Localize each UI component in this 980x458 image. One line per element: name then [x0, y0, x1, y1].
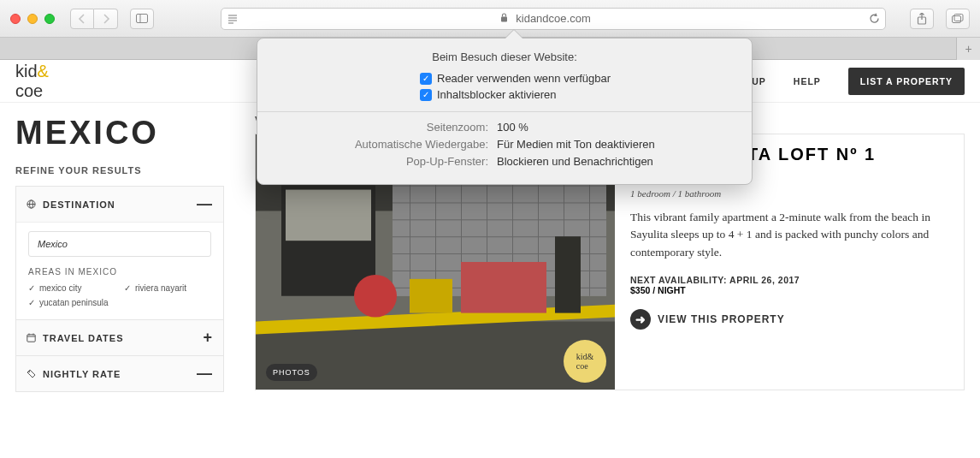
- filter-destination-label: DESTINATION: [43, 199, 115, 210]
- collapse-icon: —: [197, 195, 213, 213]
- logo-part-b: coe: [15, 81, 43, 100]
- new-tab-button[interactable]: +: [956, 38, 980, 60]
- zoom-label: Seitenzoom:: [257, 121, 497, 134]
- logo-ampersand: &: [38, 62, 49, 80]
- reader-checkbox-label: Reader verwenden wenn verfügbar: [437, 72, 611, 85]
- areas-label: AREAS IN MEXICO: [28, 267, 211, 277]
- svg-rect-0: [137, 15, 148, 23]
- autoplay-row[interactable]: Automatische Wiedergabe: Für Medien mit …: [257, 138, 752, 151]
- zoom-row[interactable]: Seitenzoom: 100 %: [257, 121, 752, 134]
- content-blocker-checkbox-row[interactable]: ✓ Inhaltsblocker aktivieren: [420, 88, 752, 101]
- tabs-button[interactable]: [946, 9, 970, 29]
- areas-list: ✓mexico city ✓riviera nayarit ✓yucatan p…: [28, 283, 211, 307]
- forward-button[interactable]: [94, 9, 118, 29]
- autoplay-value: Für Medien mit Ton deaktivieren: [497, 138, 655, 151]
- filter-nightly-rate-header[interactable]: NIGHTLY RATE —: [16, 355, 223, 391]
- check-icon: ✓: [28, 283, 35, 293]
- browser-toolbar: kidandcoe.com: [0, 0, 980, 38]
- svg-rect-27: [410, 279, 452, 313]
- popup-row[interactable]: Pop-Up-Fenster: Blockieren und Benachric…: [257, 155, 752, 168]
- view-property-label: VIEW THIS PROPERTY: [658, 313, 785, 325]
- filter-nightly-rate-label: NIGHTLY RATE: [43, 369, 121, 379]
- share-button[interactable]: [910, 9, 934, 29]
- refine-label: REFINE YOUR RESULTS: [15, 165, 224, 175]
- content-blocker-checkbox-label: Inhaltsblocker aktivieren: [437, 88, 556, 101]
- svg-rect-8: [953, 15, 961, 22]
- divider: [257, 111, 752, 112]
- globe-icon: [27, 199, 36, 209]
- destination-input[interactable]: [28, 231, 211, 257]
- sidebar: MEXICO REFINE YOUR RESULTS DESTINATION —…: [0, 103, 239, 404]
- nav-back-forward: [70, 9, 118, 29]
- listing-price: $350 / NIGHT: [630, 285, 948, 295]
- svg-rect-13: [27, 335, 35, 342]
- sidebar-toggle-button[interactable]: [130, 9, 154, 29]
- minimize-window-button[interactable]: [27, 14, 38, 24]
- svg-rect-6: [501, 17, 507, 22]
- header-nav: SIGN UP HELP LIST A PROPERTY: [723, 68, 965, 95]
- svg-point-28: [354, 275, 397, 318]
- url-domain-text: kidandcoe.com: [244, 12, 863, 25]
- photos-toggle-button[interactable]: PHOTOS: [266, 364, 317, 381]
- svg-point-17: [28, 371, 30, 372]
- checkbox-checked-icon: ✓: [420, 73, 432, 85]
- brand-badge-icon: kid&coe: [564, 340, 606, 383]
- area-label: riviera nayarit: [135, 283, 186, 293]
- filter-panel: DESTINATION — AREAS IN MEXICO ✓mexico ci…: [15, 186, 224, 392]
- filter-travel-dates-label: TRAVEL DATES: [43, 333, 124, 343]
- svg-rect-23: [286, 190, 371, 241]
- popup-value: Blockieren und Benachrichtigen: [497, 155, 653, 168]
- check-icon: ✓: [124, 283, 131, 293]
- filter-destination-body: AREAS IN MEXICO ✓mexico city ✓riviera na…: [16, 222, 223, 319]
- area-checkbox[interactable]: ✓yucatan peninsula: [28, 298, 115, 307]
- filter-travel-dates-header[interactable]: TRAVEL DATES +: [16, 319, 223, 355]
- svg-rect-9: [954, 14, 963, 21]
- reader-icon[interactable]: [221, 14, 244, 24]
- checkbox-checked-icon: ✓: [420, 89, 432, 101]
- page-title: MEXICO: [15, 115, 224, 152]
- logo-part-a: kid: [15, 62, 38, 80]
- close-window-button[interactable]: [10, 14, 21, 24]
- svg-rect-26: [461, 262, 546, 313]
- listing-description: This vibrant family apartment a 2-minute…: [630, 209, 948, 261]
- view-property-link[interactable]: ➜ VIEW THIS PROPERTY: [630, 309, 948, 330]
- nav-help-link[interactable]: HELP: [794, 76, 821, 86]
- website-settings-popover: Beim Besuch dieser Website: ✓ Reader ver…: [257, 38, 753, 185]
- check-icon: ✓: [28, 298, 35, 307]
- calendar-icon: [27, 333, 36, 342]
- back-button[interactable]: [70, 9, 94, 29]
- listing-availability: NEXT AVAILABILITY: APRIL 26, 2017: [630, 275, 948, 285]
- svg-rect-29: [555, 236, 581, 312]
- tag-icon: [27, 369, 36, 378]
- autoplay-label: Automatische Wiedergabe:: [257, 138, 497, 151]
- listing-meta: 1 bedroom / 1 bathroom: [630, 188, 948, 199]
- zoom-value: 100 %: [497, 121, 528, 134]
- window-controls: [10, 14, 55, 24]
- site-logo[interactable]: kid&coe: [15, 62, 49, 101]
- popover-title: Beim Besuch dieser Website:: [257, 51, 752, 63]
- reader-checkbox-row[interactable]: ✓ Reader verwenden wenn verfügbar: [420, 72, 752, 85]
- zoom-window-button[interactable]: [44, 14, 55, 24]
- lock-icon: [500, 13, 508, 24]
- area-label: mexico city: [39, 283, 81, 293]
- reload-button[interactable]: [863, 13, 885, 24]
- expand-icon: +: [203, 329, 213, 347]
- area-checkbox[interactable]: ✓mexico city: [28, 283, 115, 293]
- collapse-icon: —: [197, 365, 213, 383]
- popup-label: Pop-Up-Fenster:: [257, 155, 497, 168]
- area-checkbox[interactable]: ✓riviera nayarit: [124, 283, 211, 293]
- address-bar[interactable]: kidandcoe.com: [221, 8, 886, 30]
- list-property-button[interactable]: LIST A PROPERTY: [848, 68, 965, 95]
- arrow-right-icon: ➜: [630, 309, 651, 330]
- area-label: yucatan peninsula: [39, 298, 109, 307]
- filter-destination-header[interactable]: DESTINATION —: [16, 187, 223, 222]
